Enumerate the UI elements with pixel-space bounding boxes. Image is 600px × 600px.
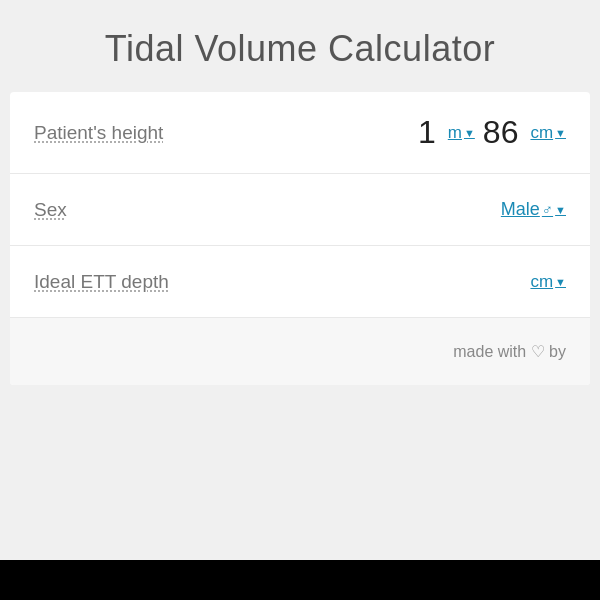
sex-symbol: ♂	[542, 201, 553, 218]
height-meters-value: 1	[418, 114, 436, 151]
sex-label: Sex	[34, 199, 501, 221]
sex-arrow: ▼	[555, 204, 566, 216]
height-cm-value: 86	[483, 114, 519, 151]
sex-value-text: Male	[501, 199, 540, 220]
ett-unit-text: cm	[530, 272, 553, 292]
height-cm-dropdown[interactable]: cm ▼	[530, 123, 566, 143]
ett-label: Ideal ETT depth	[34, 271, 530, 293]
footer-row: made with ♡ by	[10, 318, 590, 385]
ett-row: Ideal ETT depth cm ▼	[10, 246, 590, 318]
main-card: Patient's height 1 m ▼ 86 cm ▼ Sex Male …	[10, 92, 590, 385]
height-meters-dropdown[interactable]: m ▼	[448, 123, 475, 143]
height-meters-arrow: ▼	[464, 127, 475, 139]
ett-unit-dropdown[interactable]: cm ▼	[530, 272, 566, 292]
height-label: Patient's height	[34, 122, 418, 144]
footer-text: made with ♡ by	[453, 342, 566, 361]
sex-controls: Male ♂ ▼	[501, 199, 566, 220]
height-controls: 1 m ▼ 86 cm ▼	[418, 114, 566, 151]
ett-controls: cm ▼	[530, 272, 566, 292]
height-cm-arrow: ▼	[555, 127, 566, 139]
ett-arrow: ▼	[555, 276, 566, 288]
height-cm-unit: cm	[530, 123, 553, 143]
height-meters-unit: m	[448, 123, 462, 143]
app-title: Tidal Volume Calculator	[20, 28, 580, 70]
black-bar	[0, 560, 600, 600]
sex-dropdown[interactable]: Male ♂ ▼	[501, 199, 566, 220]
height-row: Patient's height 1 m ▼ 86 cm ▼	[10, 92, 590, 174]
app-header: Tidal Volume Calculator	[0, 0, 600, 92]
sex-row: Sex Male ♂ ▼	[10, 174, 590, 246]
